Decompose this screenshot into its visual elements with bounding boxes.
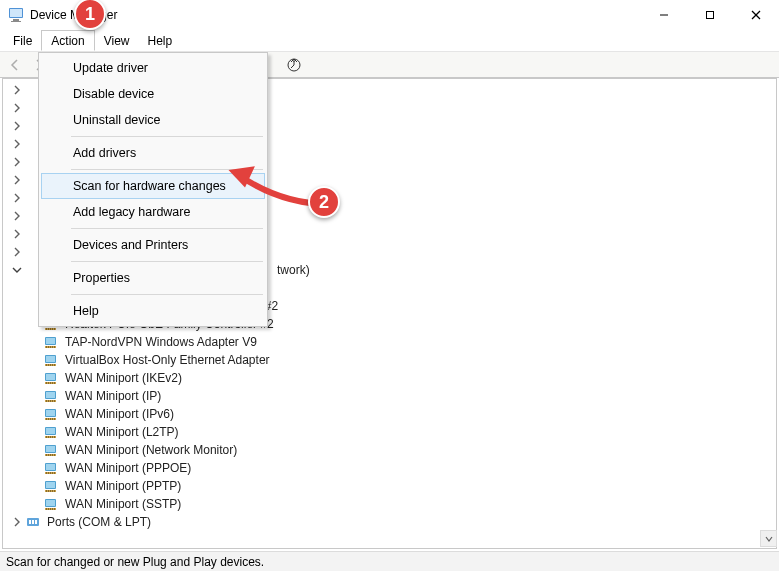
menu-devices-and-printers[interactable]: Devices and Printers: [41, 232, 265, 258]
scan-hardware-toolbar-button[interactable]: [283, 54, 305, 76]
tree-category-ports[interactable]: Ports (COM & LPT): [3, 513, 776, 531]
menu-separator: [71, 136, 263, 137]
svg-rect-93: [48, 472, 49, 474]
arrow-left-icon: [7, 57, 23, 73]
scan-icon: [286, 57, 302, 73]
scroll-down-button[interactable]: [760, 530, 777, 547]
back-button[interactable]: [4, 54, 26, 76]
menu-separator: [71, 228, 263, 229]
svg-rect-42: [46, 356, 55, 362]
tree-item-network-adapter[interactable]: WAN Miniport (L2TP): [3, 423, 776, 441]
svg-rect-32: [54, 328, 55, 330]
svg-rect-50: [46, 374, 55, 380]
menu-action[interactable]: Action: [41, 30, 94, 51]
minimize-button[interactable]: [641, 0, 687, 30]
svg-rect-53: [48, 382, 49, 384]
svg-rect-108: [46, 508, 47, 510]
svg-rect-58: [46, 392, 55, 398]
maximize-button[interactable]: [687, 0, 733, 30]
tree-item-label: WAN Miniport (PPTP): [63, 479, 183, 493]
tree-item-label: WAN Miniport (IPv6): [63, 407, 176, 421]
tree-item-label: WAN Miniport (Network Monitor): [63, 443, 239, 457]
svg-rect-37: [48, 346, 49, 348]
network-adapter-icon: [43, 334, 59, 350]
svg-rect-55: [52, 382, 53, 384]
svg-rect-102: [50, 490, 51, 492]
tree-item-network-adapter[interactable]: WAN Miniport (IKEv2): [3, 369, 776, 387]
svg-rect-90: [46, 464, 55, 470]
svg-rect-71: [52, 418, 53, 420]
tree-item-network-adapter[interactable]: WAN Miniport (SSTP): [3, 495, 776, 513]
svg-rect-61: [48, 400, 49, 402]
chevron-right-icon: [9, 172, 25, 188]
tree-item-network-adapter[interactable]: WAN Miniport (IP): [3, 387, 776, 405]
tree-item-network-adapter[interactable]: WAN Miniport (IPv6): [3, 405, 776, 423]
svg-rect-48: [54, 364, 55, 366]
svg-rect-92: [46, 472, 47, 474]
menu-view[interactable]: View: [95, 30, 139, 51]
svg-rect-54: [50, 382, 51, 384]
svg-rect-66: [46, 410, 55, 416]
menu-bar: File Action View Help: [0, 30, 779, 52]
svg-rect-104: [54, 490, 55, 492]
tree-item-network-adapter[interactable]: WAN Miniport (PPTP): [3, 477, 776, 495]
menu-update-driver[interactable]: Update driver: [41, 55, 265, 81]
menu-uninstall-device[interactable]: Uninstall device: [41, 107, 265, 133]
menu-disable-device[interactable]: Disable device: [41, 81, 265, 107]
svg-rect-34: [46, 338, 55, 344]
tree-category-label: twork): [275, 263, 312, 277]
menu-file[interactable]: File: [4, 30, 41, 51]
menu-add-drivers[interactable]: Add drivers: [41, 140, 265, 166]
svg-rect-85: [48, 454, 49, 456]
svg-rect-1: [10, 9, 22, 17]
menu-help[interactable]: Help: [41, 298, 265, 324]
menu-scan-hardware-changes[interactable]: Scan for hardware changes: [41, 173, 265, 199]
action-menu-popup: Update driver Disable device Uninstall d…: [38, 52, 268, 327]
menu-add-legacy-hardware[interactable]: Add legacy hardware: [41, 199, 265, 225]
chevron-right-icon: [9, 226, 25, 242]
svg-rect-78: [50, 436, 51, 438]
svg-rect-40: [54, 346, 55, 348]
close-button[interactable]: [733, 0, 779, 30]
svg-rect-62: [50, 400, 51, 402]
svg-rect-103: [52, 490, 53, 492]
svg-rect-38: [50, 346, 51, 348]
svg-rect-72: [54, 418, 55, 420]
svg-rect-96: [54, 472, 55, 474]
tree-item-network-adapter[interactable]: WAN Miniport (PPPOE): [3, 459, 776, 477]
device-manager-icon: [8, 7, 24, 23]
svg-rect-52: [46, 382, 47, 384]
chevron-right-icon: [9, 154, 25, 170]
svg-rect-68: [46, 418, 47, 420]
svg-rect-60: [46, 400, 47, 402]
chevron-right-icon: [9, 100, 25, 116]
svg-rect-28: [46, 328, 47, 330]
network-adapter-icon: [43, 460, 59, 476]
menu-help[interactable]: Help: [139, 30, 182, 51]
tree-item-network-adapter[interactable]: TAP-NordVPN Windows Adapter V9: [3, 333, 776, 351]
svg-rect-74: [46, 428, 55, 434]
svg-rect-69: [48, 418, 49, 420]
tree-item-label: WAN Miniport (SSTP): [63, 497, 183, 511]
tree-item-label: VirtualBox Host-Only Ethernet Adapter: [63, 353, 272, 367]
svg-rect-36: [46, 346, 47, 348]
svg-rect-46: [50, 364, 51, 366]
svg-rect-95: [52, 472, 53, 474]
svg-rect-2: [13, 19, 19, 21]
svg-rect-112: [54, 508, 55, 510]
chevron-right-icon: [9, 190, 25, 206]
tree-item-label: TAP-NordVPN Windows Adapter V9: [63, 335, 259, 349]
status-bar: Scan for changed or new Plug and Play de…: [0, 551, 779, 571]
svg-rect-47: [52, 364, 53, 366]
svg-rect-84: [46, 454, 47, 456]
annotation-badge-2: 2: [308, 186, 340, 218]
chevron-right-icon: [9, 136, 25, 152]
svg-rect-106: [46, 500, 55, 506]
tree-item-network-adapter[interactable]: VirtualBox Host-Only Ethernet Adapter: [3, 351, 776, 369]
svg-rect-86: [50, 454, 51, 456]
menu-separator: [71, 169, 263, 170]
svg-rect-31: [52, 328, 53, 330]
tree-item-network-adapter[interactable]: WAN Miniport (Network Monitor): [3, 441, 776, 459]
menu-separator: [71, 261, 263, 262]
menu-properties[interactable]: Properties: [41, 265, 265, 291]
